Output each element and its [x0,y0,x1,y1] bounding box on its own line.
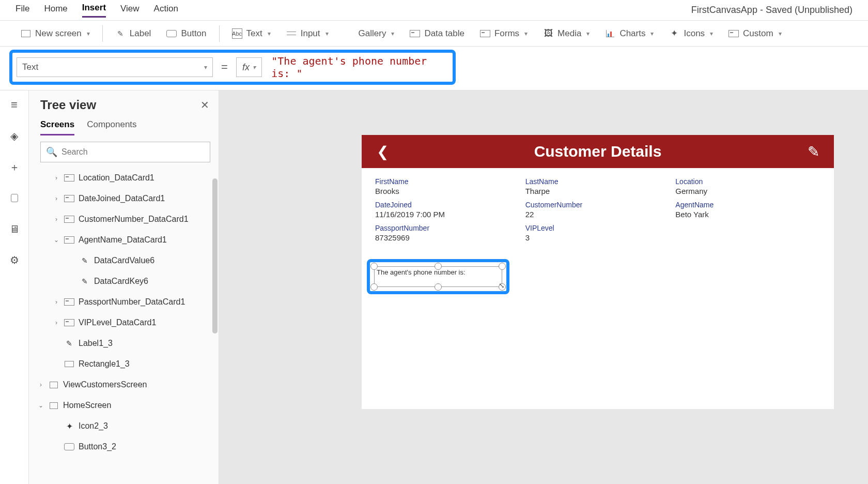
field-vip: VIPLevel3 [525,224,671,242]
tree-node-passport[interactable]: ›PassportNumber_DataCard1 [37,292,207,312]
field-label: LastName [525,177,671,186]
resize-handle[interactable] [499,263,506,270]
chevron-down-icon: ▾ [391,30,394,37]
menu-action[interactable]: Action [154,4,178,17]
chevron-down-icon: ▾ [524,30,528,37]
custom-icon [729,28,739,39]
chevron-down-icon: ▾ [204,64,207,71]
field-label: AgentName [675,201,820,209]
tree-node-viewcustomers[interactable]: ›ViewCustomersScreen [37,374,207,395]
property-selector[interactable]: Text ▾ [17,57,213,77]
chevron-down-icon: ▾ [253,64,256,71]
chevron-down-icon: ▾ [710,30,713,37]
tree-node-customernumber[interactable]: ›CustomerNumber_DataCard1 [37,209,207,230]
text-button[interactable]: AbcText▾ [227,26,276,41]
tree-node-datacardkey6[interactable]: ✎DataCardKey6 [37,271,207,292]
search-icon: 🔍 [46,146,57,158]
formula-input[interactable]: "The agent's phone number is: " [267,55,448,80]
edit-icon[interactable]: ✎ [803,143,824,160]
forms-button[interactable]: Forms▾ [475,26,533,41]
button-icon [64,443,74,451]
fx-label: fx [242,62,250,73]
chevron-down-icon: ▾ [650,30,654,37]
tree-view-icon[interactable]: ◈ [5,127,24,145]
tree-list: ›Location_DataCard1 ›DateJoined_DataCard… [37,168,213,484]
insert-icon[interactable]: ＋ [5,158,24,176]
tree-node-label1-3[interactable]: ✎Label1_3 [37,333,207,354]
menu-home[interactable]: Home [44,4,67,17]
ribbon: New screen▾ ✎Label Button AbcText▾ Input… [0,21,868,47]
back-icon[interactable]: ❮ [372,143,393,160]
chevron-down-icon: ▾ [326,30,329,37]
tab-screens[interactable]: Screens [40,119,74,135]
app-status: FirstCanvasApp - Saved (Unpublished) [691,5,853,16]
search-input[interactable] [61,147,205,157]
hamburger-icon[interactable]: ≡ [5,96,24,114]
field-value: 3 [525,233,671,242]
charts-button[interactable]: Charts▾ [600,26,659,41]
label: Data table [424,28,464,39]
tree-node-icon2-3[interactable]: ✦Icon2_3 [37,416,207,436]
node-label: PassportNumber_DataCard1 [79,297,185,307]
chevron-down-icon: ⌄ [37,402,44,409]
field-value: 11/16/2019 7:00 PM [375,210,520,219]
forms-icon [480,28,490,39]
chevron-down-icon: ▾ [586,30,590,37]
icons-button[interactable]: ✦Icons▾ [664,26,718,41]
table-icon [410,28,420,39]
chevron-down-icon: ▾ [87,30,90,37]
tools-icon[interactable]: ⚙ [5,251,24,269]
field-label: Location [675,177,820,186]
node-label: ViewCustomersScreen [63,380,147,389]
tab-components[interactable]: Components [87,119,136,135]
app-preview[interactable]: ❮ Customer Details ✎ FirstNameBrooks Las… [362,135,834,409]
separator [102,25,103,42]
selected-label-text: The agent's phone number is: [377,268,466,276]
input-button[interactable]: Input▾ [281,26,334,41]
resize-handle[interactable] [435,263,442,270]
close-icon[interactable]: ✕ [200,99,209,111]
field-label: CustomerNumber [525,201,671,209]
resize-handle[interactable] [370,263,378,270]
media-button[interactable]: 🖼Media▾ [538,26,595,41]
node-label: DataCardKey6 [94,277,148,286]
tree-node-datacardvalue6[interactable]: ✎DataCardValue6 [37,250,207,271]
tree-node-button3-2[interactable]: Button3_2 [37,436,207,457]
field-value: Tharpe [525,187,671,195]
tree-node-agentname[interactable]: ⌄AgentName_DataCard1 [37,230,207,250]
data-table-button[interactable]: Data table [405,26,470,41]
tree-search[interactable]: 🔍 [40,142,210,162]
custom-button[interactable]: Custom▾ [723,26,787,41]
menu-view[interactable]: View [120,4,140,17]
label-icon: ✎ [64,339,74,347]
tree-node-datejoined[interactable]: ›DateJoined_DataCard1 [37,188,207,209]
label: Input [301,28,320,39]
label: Custom [743,28,773,39]
chevron-right-icon: › [37,381,44,388]
tree-node-viplevel[interactable]: ›VIPLevel_DataCard1 [37,312,207,333]
tree-node-homescreen[interactable]: ⌄HomeScreen [37,395,207,416]
node-label: CustomerNumber_DataCard1 [79,215,189,224]
resize-handle[interactable] [370,283,378,291]
data-icon[interactable] [5,189,24,207]
field-value: 87325969 [375,233,520,242]
tree-node-location[interactable]: ›Location_DataCard1 [37,168,207,188]
media-rail-icon[interactable]: 🖥 [5,220,24,238]
selected-label-control[interactable]: The agent's phone number is: ⤡ [374,266,502,287]
scrollbar-thumb[interactable] [212,178,218,334]
field-lastname: LastNameTharpe [525,177,671,195]
tree-node-rectangle1-3[interactable]: Rectangle1_3 [37,354,207,374]
field-passport: PassportNumber87325969 [375,224,520,242]
new-screen-button[interactable]: New screen▾ [16,26,95,41]
button-button[interactable]: Button [161,26,211,41]
menu-insert[interactable]: Insert [82,3,106,18]
menu-file[interactable]: File [16,4,29,17]
label-button[interactable]: ✎Label [110,26,157,41]
resize-handle[interactable] [435,283,442,291]
fx-button[interactable]: fx ▾ [236,57,262,77]
canvas[interactable]: ❮ Customer Details ✎ FirstNameBrooks Las… [219,90,868,484]
node-label: AgentName_DataCard1 [79,235,167,245]
gallery-button[interactable]: Gallery▾ [339,26,400,41]
label-icon: ✎ [80,256,90,265]
gallery-icon [344,28,354,39]
